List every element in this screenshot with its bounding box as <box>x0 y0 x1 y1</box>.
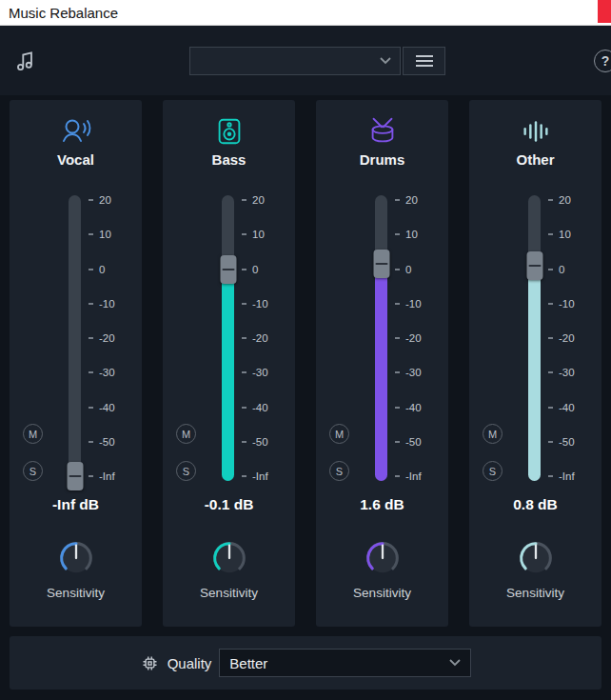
tick-label: 0 <box>405 264 411 275</box>
scale-tick: -40 <box>548 403 588 412</box>
tick-label: -Inf <box>559 470 575 482</box>
other-fader[interactable] <box>528 195 541 481</box>
tick-mark <box>89 269 93 270</box>
gain-value: 1.6 dB <box>360 496 404 515</box>
tick-mark <box>89 337 93 339</box>
fader-handle[interactable] <box>373 250 389 278</box>
scale-tick: -20 <box>548 333 588 343</box>
fader-scale: 20100-10-20-30-40-50-Inf <box>548 195 588 481</box>
tick-mark <box>395 199 400 201</box>
scale-tick: 10 <box>395 230 435 239</box>
tick-label: -Inf <box>99 470 115 482</box>
mute-solo-group: M S <box>483 424 503 481</box>
tick-mark <box>242 303 246 305</box>
vocal-fader[interactable] <box>69 195 81 481</box>
tick-mark <box>242 475 246 477</box>
scale-tick: -40 <box>242 403 282 412</box>
scale-tick: -50 <box>548 437 588 447</box>
bass-fader[interactable] <box>222 195 234 481</box>
tick-mark <box>548 233 553 235</box>
tick-label: -10 <box>559 298 575 310</box>
hamburger-menu-button[interactable] <box>403 47 445 75</box>
quality-dropdown[interactable]: Better <box>219 649 471 677</box>
drums-fader[interactable] <box>375 195 387 481</box>
scale-tick: 20 <box>395 195 435 205</box>
help-icon[interactable]: ? <box>594 50 611 72</box>
scale-tick: -10 <box>89 299 128 309</box>
tick-label: 10 <box>405 229 418 240</box>
scale-tick: -20 <box>395 333 435 343</box>
scale-tick: 0 <box>548 265 588 274</box>
quality-label: Quality <box>168 655 212 671</box>
tick-label: 20 <box>405 194 418 206</box>
mute-button[interactable]: M <box>176 424 196 444</box>
scale-tick: -20 <box>242 333 282 343</box>
chevron-down-icon <box>449 659 461 667</box>
tick-mark <box>548 337 553 339</box>
tick-mark <box>548 475 553 477</box>
scale-tick: -50 <box>242 437 282 447</box>
tick-label: 0 <box>559 264 564 275</box>
fader-area: M S 20100-10-20-30-40-50-Inf <box>316 195 448 481</box>
fader-scale: 20100-10-20-30-40-50-Inf <box>89 195 128 481</box>
fader-fill <box>528 266 541 481</box>
mute-button[interactable]: M <box>483 424 503 444</box>
tick-label: -50 <box>405 436 422 448</box>
sensitivity-label: Sensitivity <box>506 586 564 600</box>
channel-label: Bass <box>212 151 246 170</box>
scale-tick: 0 <box>242 265 282 274</box>
scale-tick: -30 <box>548 368 588 377</box>
channel-strip-other: Other M S 20100-10-20-30-40-50-Inf 0.8 d… <box>469 100 601 627</box>
tick-label: 10 <box>559 229 571 240</box>
sensitivity-knob[interactable] <box>361 536 404 580</box>
tick-label: -20 <box>405 332 422 344</box>
tick-mark <box>395 233 400 235</box>
toolbar: ? <box>0 26 611 95</box>
tick-label: -Inf <box>252 470 268 482</box>
solo-button[interactable]: S <box>23 461 43 481</box>
solo-button[interactable]: S <box>176 461 196 481</box>
close-button[interactable] <box>598 0 611 23</box>
mute-button[interactable]: M <box>329 424 349 444</box>
tick-mark <box>89 475 93 477</box>
scale-tick: 0 <box>89 265 128 274</box>
fader-handle[interactable] <box>220 255 236 284</box>
music-note-icon <box>12 48 39 74</box>
tick-mark <box>242 337 246 339</box>
solo-button[interactable]: S <box>329 461 349 481</box>
window-title: Music Rebalance <box>9 5 118 21</box>
tick-label: -50 <box>559 436 575 448</box>
scale-tick: -Inf <box>89 471 128 481</box>
channel-strip-bass: Bass M S 20100-10-20-30-40-50-Inf -0.1 d… <box>163 100 295 627</box>
gain-value: -0.1 dB <box>205 496 254 515</box>
tick-label: 0 <box>99 264 105 275</box>
tick-mark <box>89 407 93 409</box>
tick-mark <box>242 371 246 373</box>
preset-group <box>189 47 445 75</box>
hamburger-icon <box>415 54 434 68</box>
preset-dropdown[interactable] <box>189 47 401 75</box>
fader-handle[interactable] <box>67 462 83 490</box>
tick-mark <box>548 441 553 443</box>
fader-handle[interactable] <box>526 251 542 280</box>
scale-tick: -30 <box>395 368 435 377</box>
fader-scale: 20100-10-20-30-40-50-Inf <box>242 195 282 481</box>
sensitivity-knob[interactable] <box>514 536 558 580</box>
help-label: ? <box>601 53 610 69</box>
tick-mark <box>395 441 400 443</box>
fader-fill <box>375 264 387 481</box>
channel-strips: Vocal M S 20100-10-20-30-40-50-Inf -Inf … <box>10 100 601 627</box>
mute-solo-group: M S <box>176 424 196 481</box>
scale-tick: 10 <box>548 230 588 239</box>
mute-button[interactable]: M <box>23 424 43 444</box>
tick-mark <box>89 441 93 443</box>
channel-strip-vocal: Vocal M S 20100-10-20-30-40-50-Inf -Inf … <box>10 100 142 627</box>
quality-value: Better <box>229 655 267 671</box>
sensitivity-knob[interactable] <box>54 536 98 580</box>
scale-tick: -40 <box>89 403 128 412</box>
tick-mark <box>242 269 246 270</box>
tick-label: -10 <box>252 298 268 310</box>
fader-scale: 20100-10-20-30-40-50-Inf <box>395 195 435 481</box>
solo-button[interactable]: S <box>483 461 503 481</box>
sensitivity-knob[interactable] <box>207 536 251 580</box>
